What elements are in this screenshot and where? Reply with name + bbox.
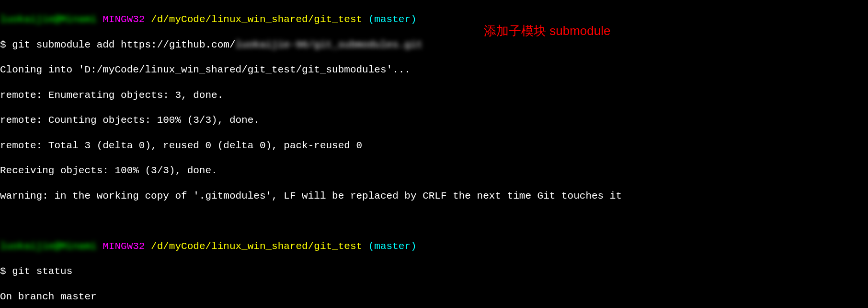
dollar-1: $	[0, 39, 12, 50]
branch-2: (master)	[368, 241, 417, 252]
user-host-1: luokaijie@Minami	[0, 14, 97, 25]
command-line-2: $ git status	[0, 265, 868, 278]
shell-name-1: MINGW32	[97, 14, 151, 25]
output-total: remote: Total 3 (delta 0), reused 0 (del…	[0, 140, 868, 152]
command-2: git status	[12, 266, 72, 277]
user-host-2: luokaijie@Minami	[0, 241, 97, 252]
output-receiving: Receiving objects: 100% (3/3), done.	[0, 165, 868, 177]
path-2: /d/myCode/linux_win_shared/git_test	[151, 241, 368, 252]
prompt-line-1: luokaijie@Minami MINGW32 /d/myCode/linux…	[0, 13, 868, 26]
output-enumerating: remote: Enumerating objects: 3, done.	[0, 89, 868, 102]
command-1-prefix: git submodule add https://github.com/	[12, 39, 235, 50]
dollar-2: $	[0, 266, 12, 277]
output-on-branch: On branch master	[0, 291, 868, 303]
blank-line-1	[0, 215, 868, 227]
shell-name-2: MINGW32	[97, 241, 151, 252]
path-1: /d/myCode/linux_win_shared/git_test	[151, 14, 368, 25]
output-cloning: Cloning into 'D:/myCode/linux_win_shared…	[0, 64, 868, 76]
command-1-blurred: luokaijie-96/git_submodules.git	[236, 39, 423, 50]
prompt-line-2: luokaijie@Minami MINGW32 /d/myCode/linux…	[0, 240, 868, 253]
annotation-label: 添加子模块 submodule	[484, 23, 610, 39]
branch-1: (master)	[368, 14, 417, 25]
terminal[interactable]: luokaijie@Minami MINGW32 /d/myCode/linux…	[0, 0, 868, 308]
output-warning: warning: in the working copy of '.gitmod…	[0, 190, 868, 202]
command-line-1: $ git submodule add https://github.com/l…	[0, 39, 868, 51]
output-counting: remote: Counting objects: 100% (3/3), do…	[0, 114, 868, 127]
